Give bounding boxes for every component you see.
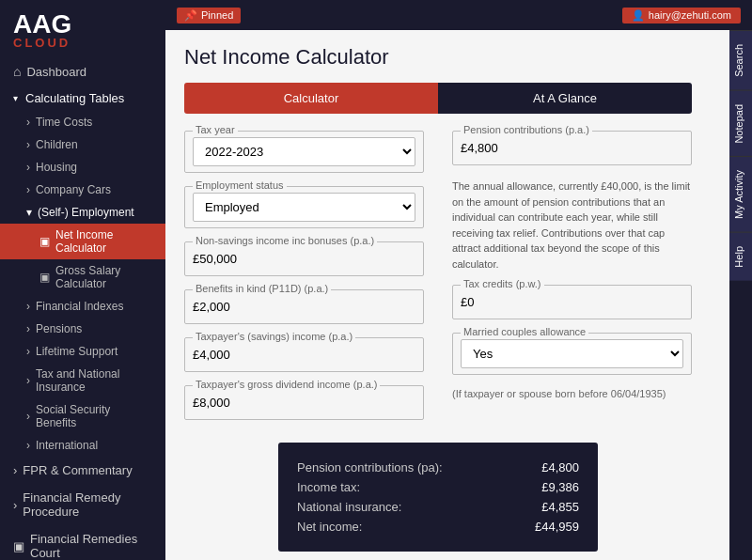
logo-sub: CLOUD: [13, 36, 71, 50]
result-value-national-insurance: £4,855: [541, 500, 579, 514]
sidebar-item-dashboard[interactable]: ⌂ Dashboard: [0, 57, 165, 86]
chevron-down-icon: ▾: [26, 206, 32, 219]
tab-bar: Calculator At A Glance: [184, 83, 692, 114]
sidebar-item-financial-indexes[interactable]: › Financial Indexes: [0, 295, 165, 318]
sidebar-item-children[interactable]: › Children: [0, 133, 165, 156]
sidebar-label-lifetime-support: Lifetime Support: [36, 345, 118, 358]
sidebar-item-company-cars[interactable]: › Company Cars: [0, 179, 165, 201]
right-tab-help[interactable]: Help: [729, 232, 752, 281]
non-savings-income-group: Non-savings income inc bonuses (p.a.): [184, 241, 424, 276]
sidebar-item-international[interactable]: › International: [0, 434, 165, 457]
pin-badge: 📌 Pinned: [177, 8, 241, 23]
tax-year-group: Tax year 2022-2023 2021-2022 2020-2021: [184, 131, 424, 173]
right-tab-my-activity[interactable]: My Activity: [729, 156, 752, 232]
chevron-icon: ›: [26, 300, 30, 313]
result-label-national-insurance: National insurance:: [297, 500, 401, 514]
taxpayer-dividend-group: Taxpayer's gross dividend income (p.a.): [184, 385, 424, 420]
result-value-income-tax: £9,386: [541, 480, 579, 494]
chevron-icon: ›: [13, 463, 17, 477]
sidebar-label-net-income-calc: Net Income Calculator: [55, 228, 152, 255]
chevron-icon: ›: [26, 410, 30, 423]
result-label-net-income: Net income:: [297, 520, 362, 534]
tax-credits-group: Tax credits (p.w.): [452, 285, 692, 319]
result-row-net-income: Net income: £44,959: [297, 517, 579, 537]
sidebar-item-pensions[interactable]: › Pensions: [0, 318, 165, 340]
employment-status-select[interactable]: Employed Self-Employed Unemployed: [193, 193, 415, 222]
right-tab-notepad[interactable]: Notepad: [729, 90, 752, 157]
employment-status-label: Employment status: [193, 179, 287, 191]
married-couples-allowance-select[interactable]: Yes No: [461, 339, 683, 368]
married-couples-hint: (If taxpayer or spouse born before 06/04…: [452, 388, 692, 399]
chevron-icon: ›: [26, 322, 30, 335]
right-panel-tabs: Search Notepad My Activity Help: [729, 30, 752, 560]
chevron-icon: ›: [26, 183, 30, 196]
topbar: 📌 Pinned 👤 hairy@zehuti.com: [165, 0, 752, 30]
sidebar-label-financial-remedies-court: Financial Remedies Court: [30, 532, 152, 560]
sidebar-item-self-employment[interactable]: ▾ (Self-) Employment: [0, 201, 165, 224]
sidebar-label-self-employment: (Self-) Employment: [38, 206, 134, 219]
chevron-icon: ›: [26, 161, 30, 174]
taxpayer-dividend-input[interactable]: [193, 392, 415, 413]
employment-status-group: Employment status Employed Self-Employed…: [184, 186, 424, 228]
sidebar-item-net-income-calc[interactable]: ▣ Net Income Calculator: [0, 224, 165, 259]
tax-credits-label: Tax credits (p.w.): [461, 278, 544, 289]
main-area: 📌 Pinned 👤 hairy@zehuti.com Net Income C…: [165, 0, 752, 560]
sidebar-label-financial-indexes: Financial Indexes: [36, 300, 123, 313]
page-icon: ▣: [13, 539, 24, 553]
result-label-income-tax: Income tax:: [297, 480, 360, 494]
tax-year-label: Tax year: [193, 124, 238, 135]
sidebar-item-time-costs[interactable]: › Time Costs: [0, 111, 165, 133]
logo: AAG CLOUD: [0, 0, 165, 57]
page-icon: ▣: [39, 271, 50, 284]
result-row-income-tax: Income tax: £9,386: [297, 477, 579, 497]
sidebar-item-financial-remedies-court[interactable]: ▣ Financial Remedies Court: [0, 525, 165, 560]
sidebar-item-lifetime-support[interactable]: › Lifetime Support: [0, 340, 165, 363]
sidebar-label-social-security: Social Security Benefits: [36, 403, 152, 429]
result-row-national-insurance: National insurance: £4,855: [297, 497, 579, 517]
sidebar-label-gross-salary-calc: Gross Salary Calculator: [55, 264, 152, 290]
tab-calculator[interactable]: Calculator: [184, 83, 438, 114]
user-badge[interactable]: 👤 hairy@zehuti.com: [622, 8, 741, 23]
chevron-down-icon: ▾: [13, 93, 18, 103]
sidebar-label-dashboard: Dashboard: [26, 65, 86, 79]
tab-at-a-glance[interactable]: At A Glance: [438, 83, 692, 114]
sidebar-item-housing[interactable]: › Housing: [0, 156, 165, 179]
married-couples-allowance-group: Married couples allowance Yes No (If tax…: [452, 333, 692, 399]
user-icon: 👤: [632, 9, 645, 22]
result-value-pension: £4,800: [541, 460, 579, 474]
sidebar-label-children: Children: [36, 138, 78, 151]
pension-contributions-group: Pension contributions (p.a.): [452, 131, 692, 165]
sidebar-label-fpr-commentary: FPR & Commentary: [23, 463, 132, 477]
logo-letters: AAG: [13, 11, 71, 38]
chevron-icon: ›: [26, 138, 30, 151]
sidebar-item-gross-salary-calc[interactable]: ▣ Gross Salary Calculator: [0, 259, 165, 295]
benefits-in-kind-group: Benefits in kind (P11D) (p.a.): [184, 289, 424, 324]
result-row-pension: Pension contributions (pa): £4,800: [297, 458, 579, 477]
tax-credits-input[interactable]: [461, 291, 683, 313]
sidebar-item-financial-remedy-procedure[interactable]: › Financial Remedy Procedure: [0, 484, 165, 525]
chevron-icon: ›: [26, 116, 30, 129]
content-area: Net Income Calculator Calculator At A Gl…: [165, 30, 729, 560]
user-email: hairy@zehuti.com: [649, 9, 731, 21]
pension-contributions-input[interactable]: [461, 137, 683, 159]
sidebar-label-housing: Housing: [36, 161, 77, 174]
sidebar-label-company-cars: Company Cars: [36, 183, 111, 196]
non-savings-income-input[interactable]: [193, 248, 415, 270]
sidebar-item-social-security[interactable]: › Social Security Benefits: [0, 398, 165, 434]
benefits-in-kind-label: Benefits in kind (P11D) (p.a.): [193, 283, 331, 294]
home-icon: ⌂: [13, 64, 21, 79]
page-icon: ▣: [39, 235, 50, 248]
sidebar-item-fpr-commentary[interactable]: › FPR & Commentary: [0, 457, 165, 484]
sidebar-item-tax-national[interactable]: › Tax and National Insurance: [0, 363, 165, 398]
benefits-in-kind-input[interactable]: [193, 296, 415, 318]
chevron-icon: ›: [26, 374, 30, 387]
sidebar-item-calculating-tables[interactable]: ▾ Calculating Tables: [0, 86, 165, 111]
sidebar-label-financial-remedy-procedure: Financial Remedy Procedure: [23, 490, 152, 519]
tax-year-select[interactable]: 2022-2023 2021-2022 2020-2021: [193, 137, 415, 166]
sidebar-label-time-costs: Time Costs: [36, 116, 92, 129]
chevron-icon: ›: [26, 439, 30, 452]
sidebar: AAG CLOUD ⌂ Dashboard ▾ Calculating Tabl…: [0, 0, 165, 560]
taxpayer-savings-input[interactable]: [193, 344, 415, 366]
right-tab-search[interactable]: Search: [729, 30, 752, 90]
pension-contributions-label: Pension contributions (p.a.): [461, 124, 592, 135]
